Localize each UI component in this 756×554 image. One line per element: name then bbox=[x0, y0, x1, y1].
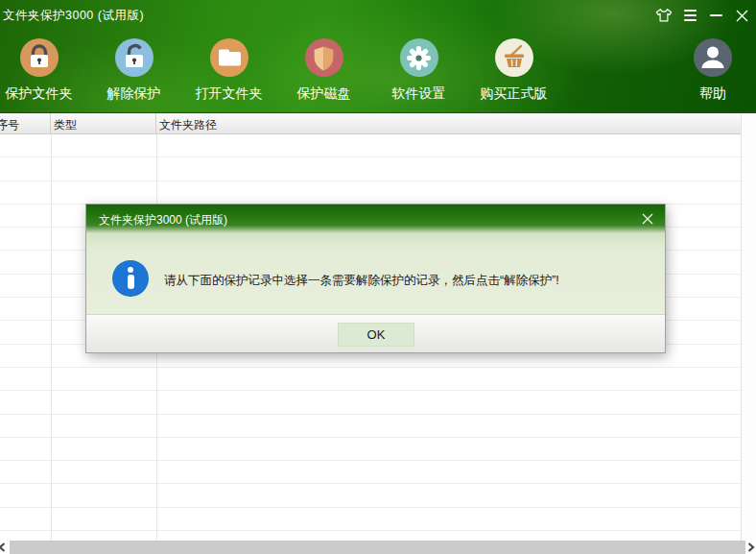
toolbar-button-label: 保护磁盘 bbox=[297, 85, 351, 103]
folder-icon bbox=[210, 38, 248, 77]
chevron-left-icon bbox=[0, 542, 6, 552]
column-header-label: 类型 bbox=[54, 118, 77, 132]
app-window: 文件夹保护3000 (试用版) bbox=[0, 0, 756, 554]
table-header: 序号 类型 文件夹路径 bbox=[0, 112, 756, 134]
lock-closed-icon bbox=[20, 38, 59, 77]
column-header-type[interactable]: 类型 bbox=[51, 113, 156, 133]
horizontal-scrollbar bbox=[0, 541, 756, 554]
vertical-scrollbar-track[interactable] bbox=[741, 113, 756, 541]
gear-icon bbox=[400, 38, 438, 77]
window-titlebar[interactable]: 文件夹保护3000 (试用版) bbox=[0, 0, 756, 29]
horizontal-scrollbar-thumb[interactable] bbox=[10, 541, 745, 554]
window-controls bbox=[655, 7, 750, 24]
toolbar-button-open-folder[interactable]: 打开文件夹 bbox=[181, 38, 276, 103]
column-header-index[interactable]: 序号 bbox=[0, 113, 51, 133]
dialog-title: 文件夹保护3000 (试用版) bbox=[99, 212, 227, 229]
dialog-message: 请从下面的保护记录中选择一条需要解除保护的记录，然后点击“解除保护”! bbox=[164, 273, 559, 289]
column-header-path[interactable]: 文件夹路径 bbox=[156, 113, 756, 133]
close-icon bbox=[736, 10, 748, 22]
toolbar-button-protect-folder[interactable]: 保护文件夹 bbox=[0, 38, 86, 103]
minimize-icon bbox=[710, 14, 722, 16]
toolbar-button-label: 解除保护 bbox=[107, 85, 161, 103]
window-title: 文件夹保护3000 (试用版) bbox=[3, 8, 144, 24]
dialog-footer: OK bbox=[86, 314, 665, 352]
toolbar-button-label: 保护文件夹 bbox=[6, 85, 73, 103]
hamburger-icon bbox=[684, 10, 697, 20]
toolbar-button-help[interactable]: 帮助 bbox=[679, 38, 746, 103]
close-button[interactable] bbox=[733, 7, 750, 24]
toolbar-button-label: 软件设置 bbox=[392, 85, 446, 103]
toolbar-button-unprotect[interactable]: 解除保护 bbox=[86, 38, 181, 103]
ok-button[interactable]: OK bbox=[338, 323, 414, 347]
toolbar-button-settings[interactable]: 软件设置 bbox=[371, 38, 466, 103]
toolbar-button-buy-full[interactable]: 购买正式版 bbox=[466, 38, 561, 103]
toolbar-button-label: 帮助 bbox=[699, 85, 726, 103]
column-header-label: 序号 bbox=[0, 117, 19, 133]
column-header-label: 文件夹路径 bbox=[159, 118, 217, 132]
chevron-right-icon bbox=[747, 542, 755, 552]
minimize-button[interactable] bbox=[707, 7, 724, 24]
toolbar-button-protect-disk[interactable]: 保护磁盘 bbox=[276, 38, 371, 103]
toolbar-button-label: 购买正式版 bbox=[481, 85, 548, 103]
info-icon bbox=[112, 260, 149, 297]
theme-button[interactable] bbox=[655, 7, 673, 24]
close-icon bbox=[642, 213, 653, 225]
dialog-body: 请从下面的保护记录中选择一条需要解除保护的记录，然后点击“解除保护”! bbox=[86, 233, 665, 316]
shield-icon bbox=[305, 38, 343, 77]
basket-icon bbox=[495, 38, 533, 77]
message-dialog: 文件夹保护3000 (试用版) 请从下面的保护记录中选择一条需要解除保护的记录，… bbox=[85, 204, 666, 353]
column-divider bbox=[51, 134, 52, 541]
toolbar: 保护文件夹 解除保护 bbox=[0, 38, 756, 103]
app-header: 文件夹保护3000 (试用版) bbox=[0, 0, 756, 112]
dialog-titlebar[interactable]: 文件夹保护3000 (试用版) bbox=[86, 205, 665, 233]
menu-button[interactable] bbox=[681, 7, 698, 24]
scroll-right-button[interactable] bbox=[746, 541, 756, 554]
lock-open-icon bbox=[115, 38, 154, 77]
dialog-close-button[interactable] bbox=[640, 211, 655, 227]
person-icon bbox=[694, 38, 732, 77]
scroll-left-button[interactable] bbox=[0, 541, 7, 554]
tshirt-icon bbox=[655, 8, 673, 23]
toolbar-button-label: 打开文件夹 bbox=[196, 85, 263, 103]
